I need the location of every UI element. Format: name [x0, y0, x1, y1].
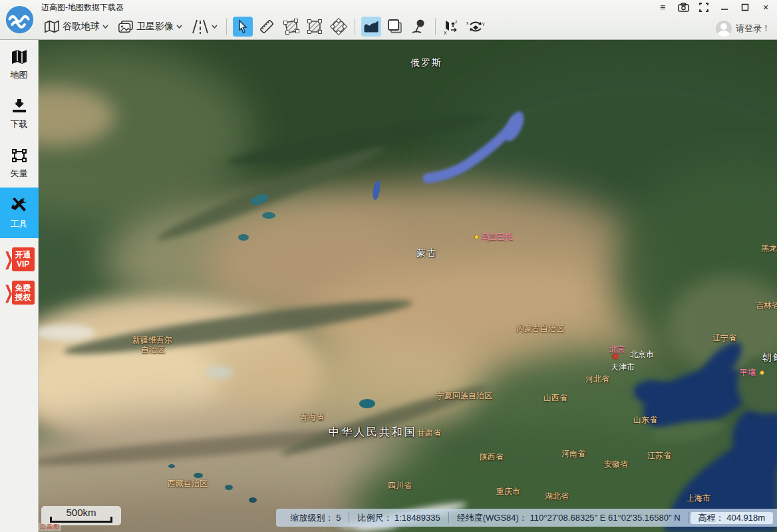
login-label: 请登录！ [736, 23, 770, 35]
map-label: 湖北省 [545, 491, 569, 502]
avatar [716, 21, 732, 37]
svg-text:x: x [466, 21, 469, 25]
cursor-tool-button[interactable] [233, 17, 253, 37]
layer-type-label: 卫星影像 [136, 21, 174, 33]
road-overlay-dropdown[interactable] [189, 19, 220, 35]
frame-icon [387, 19, 403, 35]
status-separator [689, 512, 689, 523]
map-label: 上海市 [687, 493, 710, 504]
layer-image-icon [118, 19, 134, 34]
xyz-axis-button[interactable]: X z [442, 17, 462, 37]
map-source-label: 谷歌地球 [63, 21, 100, 33]
map-label: 辽宁省 [712, 332, 736, 344]
map-label: 安徽省 [604, 459, 628, 470]
circle-icon [330, 18, 347, 35]
vector-icon [10, 147, 29, 164]
layer-type-dropdown[interactable]: 卫星影像 [115, 19, 185, 34]
placemark-icon [411, 19, 427, 35]
map-label: 山东省 [633, 414, 657, 426]
sidebar-item-map[interactable]: 地图 [0, 40, 39, 89]
zoom-value: 5 [336, 513, 341, 523]
chevron-down-icon [212, 25, 218, 29]
chevron-down-icon [102, 25, 108, 29]
map-label: 平壤 [740, 367, 756, 378]
window-controls: ≡ × [655, 1, 773, 13]
placemark-tool-button[interactable] [409, 17, 429, 37]
elevation-value: 404.918m [726, 513, 765, 523]
login-area[interactable]: 请登录！ [716, 21, 770, 37]
rectangle-tool-button[interactable] [305, 17, 325, 37]
toolbar-separator [435, 18, 436, 35]
map-source-icon [44, 19, 60, 34]
polygon-icon [282, 18, 299, 35]
map-marker-star: ★ [611, 352, 619, 360]
sidebar-item-label: 工具 [11, 218, 28, 230]
rectangle-icon [306, 18, 323, 35]
map-label: 江苏省 [647, 450, 671, 462]
map-viewport[interactable]: 俄罗斯蒙古乌兰巴托黑龙江省吉林省辽宁省内蒙古自治区北京北京市天津市河北省朝鲜平壤… [39, 40, 777, 532]
status-zoom: 缩放级别： 5 [283, 512, 349, 524]
menu-icon[interactable]: ≡ [655, 2, 670, 13]
map-label: 内蒙古自治区 [516, 323, 564, 334]
map-label: 北京市 [630, 349, 654, 360]
rotate-view-button[interactable]: x Y [466, 17, 486, 37]
window-title: 迈高图-地图数据下载器 [41, 2, 124, 13]
map-marker-dot [474, 235, 479, 239]
map-label: 黑龙江省 [761, 243, 777, 254]
main-toolbar: 谷歌地球 卫星影像 [41, 15, 486, 39]
circle-tool-button[interactable] [329, 17, 349, 37]
badge-chevron-icon: ❯ [3, 282, 13, 304]
map-label: 宁夏回族自治区 [436, 390, 492, 402]
zoom-label: 缩放级别： [291, 512, 334, 524]
cursor-icon [236, 19, 249, 34]
maximize-icon[interactable] [738, 2, 752, 13]
map-label: 青海省 [300, 412, 324, 423]
map-label: 陕西省 [480, 452, 504, 463]
map-label: 四川省 [388, 480, 412, 491]
camera-icon[interactable] [676, 2, 691, 13]
map-label: 朝鲜 [762, 352, 777, 364]
free-badge-label: 免费授权 [12, 281, 35, 305]
scale-label: 比例尺： [357, 512, 392, 524]
status-coordinates: 经纬度(WGS84)： 110°27'08.68325" E 61°02'35.… [449, 512, 689, 524]
toolbar-separator [226, 18, 227, 35]
download-icon [10, 98, 29, 115]
svg-text:X: X [444, 31, 447, 35]
map-label: 自治区 [141, 344, 165, 356]
close-icon[interactable]: × [758, 2, 773, 13]
sidebar-item-download[interactable]: 下载 [0, 89, 39, 138]
vip-badge[interactable]: ❯ 开通VIP [3, 247, 34, 271]
road-overlay-icon [192, 19, 209, 35]
map-source-dropdown[interactable]: 谷歌地球 [41, 19, 111, 34]
sidebar-item-tools[interactable]: 工具 [0, 188, 39, 238]
coord-value: 110°27'08.68325" E 61°02'35.16580" N [530, 513, 681, 523]
map-label: 天津市 [611, 362, 635, 373]
map-label: 河北省 [585, 374, 609, 385]
terrain-tool-button[interactable] [361, 17, 381, 37]
app-logo-icon [5, 5, 35, 35]
xyz-axis-icon: X z [443, 18, 460, 35]
map-label: 河南省 [561, 448, 585, 460]
minimize-icon[interactable] [717, 2, 732, 13]
free-license-badge[interactable]: ❯ 免费授权 [3, 281, 34, 305]
map-label: 西藏自治区 [168, 478, 208, 489]
svg-text:z: z [455, 19, 458, 24]
badge-chevron-icon: ❯ [3, 249, 13, 271]
watermark: 迈高图 [39, 523, 61, 531]
scale-bar-bracket [50, 517, 112, 523]
map-label: 山西省 [544, 392, 567, 404]
polygon-tool-button[interactable] [281, 17, 301, 37]
map-label: 乌兰巴托 [481, 231, 513, 243]
sidebar: 地图 下载 矢量 工具 ❯ 开通VIP ❯ 免费授权 [0, 40, 39, 532]
frame-tool-button[interactable] [385, 17, 405, 37]
terrain-icon [363, 19, 379, 34]
ruler-tool-button[interactable] [257, 17, 277, 37]
vip-badge-label: 开通VIP [12, 247, 35, 271]
fullscreen-icon[interactable] [697, 2, 711, 13]
sidebar-item-vector[interactable]: 矢量 [0, 138, 39, 188]
tools-icon [9, 196, 29, 215]
sidebar-item-label: 下载 [11, 118, 28, 130]
sidebar-item-label: 矢量 [11, 168, 28, 180]
elevation-label: 高程： [699, 512, 724, 524]
ruler-icon [259, 19, 275, 35]
